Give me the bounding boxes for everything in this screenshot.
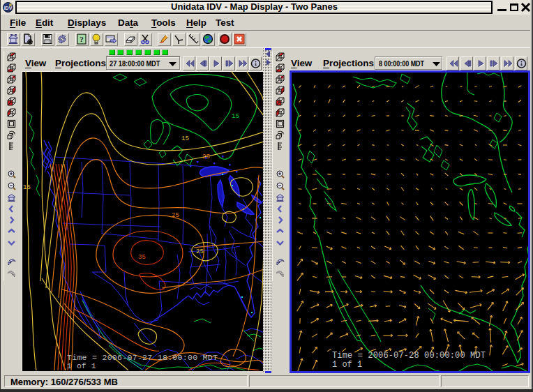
svg-text:15: 15: [23, 184, 31, 191]
svg-text:25: 25: [202, 153, 210, 160]
svg-text:15: 15: [232, 113, 239, 120]
svg-text:?: ?: [80, 35, 84, 43]
svg-text:15: 15: [181, 135, 189, 142]
svg-text:35: 35: [138, 254, 146, 261]
svg-text:Time = 2006-07-28 00:00:00 MDT: Time = 2006-07-28 00:00:00 MDT: [332, 351, 486, 361]
svg-text:1 of 1: 1 of 1: [332, 360, 362, 370]
svg-text:25: 25: [196, 248, 204, 255]
svg-text:1 of 1: 1 of 1: [67, 361, 96, 370]
svg-text:25: 25: [172, 212, 179, 219]
svg-text:IDV: IDV: [4, 6, 13, 10]
